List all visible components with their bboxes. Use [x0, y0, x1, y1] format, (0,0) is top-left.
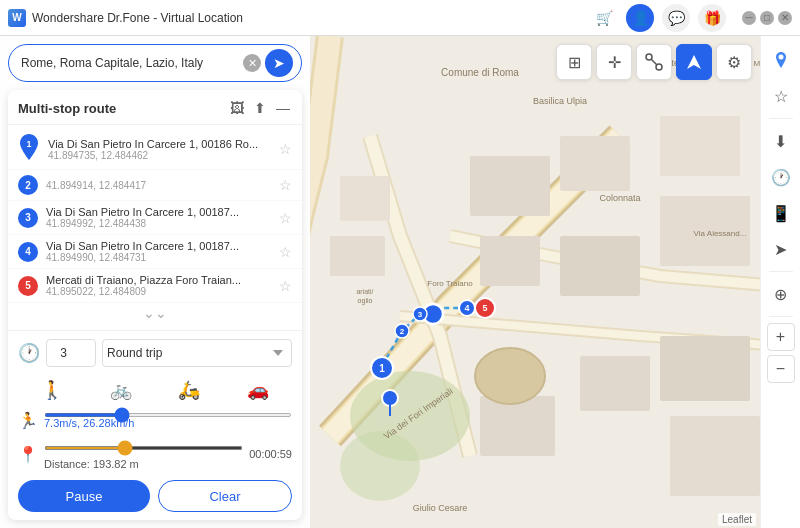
more-stops-indicator[interactable]: ⌄⌄: [8, 303, 302, 323]
route-stops-list: 1 Via Di San Pietro In Carcere 1, 00186 …: [8, 125, 302, 330]
favorite-button[interactable]: ☆: [765, 80, 797, 112]
stop-number-badge: 5: [18, 276, 38, 296]
user-button[interactable]: 👤: [626, 4, 654, 32]
car-mode-button[interactable]: 🚗: [239, 375, 277, 405]
stop-coords: 41.894735, 12.484462: [48, 150, 275, 161]
title-bar-actions: 🛒 👤 💬 🎁 ─ □ ✕: [590, 4, 792, 32]
svg-text:1: 1: [26, 139, 31, 149]
bike-mode-button[interactable]: 🚲: [102, 375, 140, 405]
svg-text:2: 2: [400, 327, 405, 336]
svg-text:Colonnata: Colonnata: [599, 193, 640, 203]
svg-point-15: [475, 348, 545, 404]
device-button[interactable]: 📱: [765, 197, 797, 229]
download-button[interactable]: ⬇: [765, 125, 797, 157]
action-buttons: Pause Clear: [18, 480, 292, 512]
search-input[interactable]: [21, 56, 243, 70]
stop-favorite-button[interactable]: ☆: [279, 210, 292, 226]
close-button[interactable]: ✕: [778, 11, 792, 25]
route-stop-item: 5 Mercati di Traiano, Piazza Foro Traian…: [8, 269, 302, 303]
stop-info: Via Di San Pietro In Carcere 1, 00186 Ro…: [48, 138, 275, 161]
route-tool-button[interactable]: [636, 44, 672, 80]
speed-slider-container: 7.3m/s, 26.28km/h: [44, 413, 292, 429]
export-route-button[interactable]: ⬆: [252, 98, 268, 118]
navigate-button[interactable]: ➤: [765, 233, 797, 265]
svg-point-14: [340, 431, 420, 501]
stop-number-badge: 3: [18, 208, 38, 228]
distance-slider-container: Distance: 193.82 m: [44, 436, 243, 472]
sidebar-divider-3: [769, 316, 793, 317]
stop-coords: 41.894990, 12.484731: [46, 252, 275, 263]
svg-text:Giulio Cesare: Giulio Cesare: [413, 503, 468, 513]
route-stop-item: 2 41.894914, 12.484417 ☆: [8, 170, 302, 201]
direction-tool-button[interactable]: [676, 44, 712, 80]
stop-address: Via Di San Pietro In Carcere 1, 00187...: [46, 206, 275, 218]
search-bar: ✕ ➤: [8, 44, 302, 82]
svg-rect-2: [560, 136, 630, 191]
add-route-button[interactable]: 🖼: [228, 98, 246, 118]
clear-button[interactable]: Clear: [158, 480, 292, 512]
svg-rect-9: [670, 416, 760, 496]
left-panel: ✕ ➤ Multi-stop route 🖼 ⬆ —: [0, 36, 310, 528]
main-area: 1 2 3 4 5 Via dei Fori Imperiali Colonna…: [0, 36, 800, 528]
svg-rect-12: [330, 236, 385, 276]
stop-address: Mercati di Traiano, Piazza Foro Traian..…: [46, 274, 275, 286]
gift-button[interactable]: 🎁: [698, 4, 726, 32]
stop-number-badge: 4: [18, 242, 38, 262]
minimize-button[interactable]: ─: [742, 11, 756, 25]
svg-rect-6: [660, 116, 740, 176]
grid-tool-button[interactable]: ⊞: [556, 44, 592, 80]
stop-favorite-button[interactable]: ☆: [279, 177, 292, 193]
svg-text:4: 4: [464, 303, 469, 313]
svg-text:oglio: oglio: [358, 297, 373, 305]
svg-rect-7: [580, 356, 650, 411]
zoom-out-button[interactable]: −: [767, 355, 795, 383]
history-button[interactable]: 🕐: [765, 161, 797, 193]
crosshair-tool-button[interactable]: ✛: [596, 44, 632, 80]
route-controls: 🕐 Round trip One way Loop 🚶 🚲 🛵 🚗: [8, 330, 302, 520]
transport-mode-row: 🚶 🚲 🛵 🚗: [18, 375, 292, 405]
distance-slider[interactable]: [44, 446, 243, 450]
distance-row: 📍 Distance: 193.82 m 00:00:59: [18, 436, 292, 472]
search-clear-button[interactable]: ✕: [243, 54, 261, 72]
svg-text:5: 5: [482, 303, 487, 313]
cart-button[interactable]: 🛒: [590, 4, 618, 32]
trip-type-select[interactable]: Round trip One way Loop: [102, 339, 292, 367]
pause-button[interactable]: Pause: [18, 480, 150, 512]
map-right-sidebar: ☆ ⬇ 🕐 📱 ➤ ⊕ + −: [760, 36, 800, 528]
stop-favorite-button[interactable]: ☆: [279, 278, 292, 294]
settings-tool-button[interactable]: ⚙: [716, 44, 752, 80]
search-go-button[interactable]: ➤: [265, 49, 293, 77]
google-maps-button[interactable]: [765, 44, 797, 76]
svg-text:ariati/: ariati/: [356, 288, 373, 295]
speedometer-icon: 🏃: [18, 411, 38, 430]
stop-coords: 41.895022, 12.484809: [46, 286, 275, 297]
help-button[interactable]: 💬: [662, 4, 690, 32]
stop-favorite-button[interactable]: ☆: [279, 141, 292, 157]
stop-coords: 41.894992, 12.484438: [46, 218, 275, 229]
svg-rect-11: [340, 176, 390, 221]
svg-text:1: 1: [379, 363, 385, 374]
svg-text:3: 3: [418, 310, 423, 319]
maximize-button[interactable]: □: [760, 11, 774, 25]
route-panel-title: Multi-stop route: [18, 101, 228, 116]
stop-address: Via Di San Pietro In Carcere 1, 00186 Ro…: [48, 138, 275, 150]
location-target-button[interactable]: ⊕: [765, 278, 797, 310]
scooter-mode-button[interactable]: 🛵: [170, 375, 208, 405]
route-stop-item: 4 Via Di San Pietro In Carcere 1, 00187.…: [8, 235, 302, 269]
controls-row-1: 🕐 Round trip One way Loop: [18, 339, 292, 367]
stop-favorite-button[interactable]: ☆: [279, 244, 292, 260]
repeat-count-input[interactable]: [46, 339, 96, 367]
stop-info: 41.894914, 12.484417: [46, 180, 275, 191]
stop-coords: 41.894914, 12.484417: [46, 180, 275, 191]
walk-mode-button[interactable]: 🚶: [33, 375, 71, 405]
title-bar: W Wondershare Dr.Fone - Virtual Location…: [0, 0, 800, 36]
speed-label: 7.3m/s, 26.28km/h: [44, 417, 292, 429]
minimize-panel-button[interactable]: —: [274, 98, 292, 118]
svg-text:Comune di Roma: Comune di Roma: [441, 67, 519, 78]
app-icon: W: [8, 9, 26, 27]
svg-rect-4: [560, 236, 640, 296]
stop-info: Mercati di Traiano, Piazza Foro Traian..…: [46, 274, 275, 297]
route-stop-item: 1 Via Di San Pietro In Carcere 1, 00186 …: [8, 129, 302, 170]
zoom-in-button[interactable]: +: [767, 323, 795, 351]
distance-label: Distance: 193.82 m: [44, 458, 139, 470]
